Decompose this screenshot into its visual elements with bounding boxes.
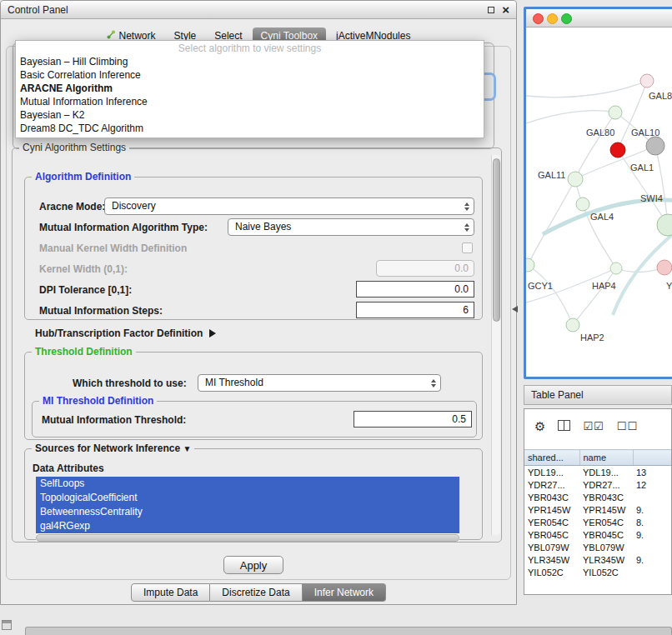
zoom-button[interactable] xyxy=(561,13,572,24)
network-node[interactable] xyxy=(576,198,589,211)
network-node[interactable] xyxy=(657,214,672,236)
cell[interactable]: YER054C xyxy=(524,516,579,528)
cell[interactable]: YBL079W xyxy=(524,541,579,553)
manual-kernel-checkbox[interactable] xyxy=(462,242,473,253)
cell[interactable]: YBR043C xyxy=(579,491,633,503)
table-row[interactable]: YLR345WYLR345W9. xyxy=(524,553,671,566)
kernel-width-field[interactable]: 0.0 xyxy=(376,260,474,277)
cell[interactable] xyxy=(633,541,671,553)
network-node[interactable] xyxy=(640,74,654,88)
mi-threshold-field[interactable]: 0.5 xyxy=(354,411,472,428)
settings-scrollbar[interactable] xyxy=(491,155,500,535)
column-selector-icon[interactable] xyxy=(558,420,570,432)
float-window-icon[interactable] xyxy=(488,7,494,13)
cell[interactable]: YBR043C xyxy=(524,491,579,503)
table-row[interactable]: YIL052CYIL052C xyxy=(524,566,671,578)
select-all-icon[interactable]: ☑☑ xyxy=(583,421,604,432)
data-attributes-list: SelfLoops TopologicalCoefficient Between… xyxy=(36,477,459,542)
control-panel-titlebar[interactable]: Control Panel × xyxy=(1,1,516,19)
splitter-collapse-icon[interactable] xyxy=(512,306,518,312)
table-row[interactable]: YDR27...YDR27...12 xyxy=(524,478,671,491)
attributes-hscrollbar[interactable] xyxy=(36,534,459,542)
table-panel-titlebar[interactable]: Table Panel xyxy=(524,385,672,405)
deselect-all-icon[interactable]: ☐☐ xyxy=(617,421,638,432)
table-row[interactable]: YBR045CYBR045C9. xyxy=(524,528,671,541)
mi-type-select[interactable]: Naive Bayes xyxy=(228,218,474,236)
cell[interactable] xyxy=(633,566,671,578)
table-row[interactable]: YPR145WYPR145W9. xyxy=(524,503,671,516)
mi-type-value: Naive Bayes xyxy=(235,221,291,232)
cell[interactable]: YPR145W xyxy=(579,503,633,516)
cell[interactable]: YLR345W xyxy=(524,553,579,566)
minimize-button[interactable] xyxy=(547,13,558,24)
column-header[interactable]: name xyxy=(579,450,633,466)
which-threshold-value: MI Threshold xyxy=(205,377,263,388)
tab-infer-network[interactable]: Infer Network xyxy=(303,583,386,602)
mi-type-label: Mutual Information Algorithm Type: xyxy=(39,222,208,233)
minimized-window-icon[interactable] xyxy=(2,620,12,630)
cell[interactable]: YDR27... xyxy=(579,478,633,491)
attribute-item-selected[interactable]: BetweennessCentrality xyxy=(36,505,459,519)
attribute-item-selected[interactable]: SelfLoops xyxy=(36,477,459,491)
sources-title-text: Sources for Network Inference xyxy=(35,442,180,454)
hub-definition-toggle[interactable]: Hub/Transcription Factor Definition xyxy=(35,325,216,340)
cell[interactable]: YDL19... xyxy=(579,466,633,479)
column-header[interactable]: shared... xyxy=(524,450,579,466)
network-node[interactable] xyxy=(610,262,622,274)
network-node[interactable] xyxy=(657,260,672,275)
network-view-titlebar[interactable] xyxy=(526,9,672,28)
kernel-width-label: Kernel Width (0,1): xyxy=(39,263,128,275)
network-canvas[interactable]: GAL8 GAL80 GAL10 GAL11 GAL1 SWI4 GAL4 GC… xyxy=(526,28,672,377)
cell[interactable]: YDR27... xyxy=(524,478,579,491)
cell[interactable]: YER054C xyxy=(579,516,633,528)
network-node[interactable] xyxy=(609,106,622,119)
cell[interactable]: YLR345W xyxy=(579,553,633,566)
which-threshold-select[interactable]: MI Threshold xyxy=(198,374,441,392)
algorithm-option[interactable]: Bayesian – Hill Climbing xyxy=(16,55,484,68)
network-node[interactable] xyxy=(526,258,534,272)
tab-discretize-data[interactable]: Discretize Data xyxy=(210,583,302,602)
cell[interactable]: YBR045C xyxy=(524,528,579,541)
cell[interactable]: 9. xyxy=(633,553,671,566)
cell[interactable]: 9. xyxy=(633,503,671,516)
cell[interactable]: 13 xyxy=(633,466,671,479)
cell[interactable]: YPR145W xyxy=(524,503,579,516)
cell[interactable]: 9. xyxy=(633,528,671,541)
network-node[interactable] xyxy=(646,137,664,155)
mi-steps-field[interactable]: 6 xyxy=(356,302,474,318)
close-button[interactable] xyxy=(533,13,544,24)
aracne-mode-select[interactable]: Discovery xyxy=(104,198,474,215)
close-icon[interactable]: × xyxy=(502,1,509,19)
cell[interactable]: YDL19... xyxy=(524,466,579,479)
cell[interactable]: YIL052C xyxy=(524,566,579,578)
algorithm-option[interactable]: Dream8 DC_TDC Algorithm xyxy=(16,122,484,135)
cell[interactable]: YIL052C xyxy=(579,566,633,578)
dpi-tolerance-field[interactable]: 0.0 xyxy=(356,281,474,298)
apply-button[interactable]: Apply xyxy=(223,556,283,574)
attribute-item-selected[interactable]: TopologicalCoefficient xyxy=(36,491,459,505)
table-row[interactable]: YER054CYER054C8. xyxy=(524,516,671,528)
cell[interactable]: 12 xyxy=(633,478,671,491)
cell[interactable] xyxy=(633,491,671,503)
network-node[interactable] xyxy=(610,142,625,158)
tab-impute-data[interactable]: Impute Data xyxy=(131,583,210,602)
algorithm-option[interactable]: Bayesian – K2 xyxy=(16,108,484,122)
column-header[interactable] xyxy=(633,450,671,466)
cell[interactable]: 8. xyxy=(633,516,671,528)
algorithm-option-selected[interactable]: ARACNE Algorithm xyxy=(16,82,484,95)
cell[interactable]: YBL079W xyxy=(579,541,633,553)
settings-gear-icon[interactable]: ⚙ xyxy=(534,420,545,432)
cell[interactable]: YBR045C xyxy=(579,528,633,541)
network-node[interactable] xyxy=(568,172,583,187)
collapsed-bottom-panel[interactable] xyxy=(25,627,672,635)
node-label: GAL10 xyxy=(631,128,659,138)
attribute-item-selected[interactable]: gal4RGexp xyxy=(36,519,459,533)
table-row[interactable]: YBL079WYBL079W xyxy=(524,541,671,553)
algorithm-option[interactable]: Mutual Information Inference xyxy=(16,95,484,108)
settings-scrollbar-thumb[interactable] xyxy=(493,158,500,322)
table-row[interactable]: YBR043CYBR043C xyxy=(524,491,671,503)
network-node[interactable] xyxy=(566,318,579,332)
sources-group-title[interactable]: Sources for Network Inference ▼ xyxy=(32,442,194,454)
algorithm-option[interactable]: Basic Correlation Inference xyxy=(16,68,484,82)
table-row[interactable]: YDL19...YDL19...13 xyxy=(524,466,671,479)
